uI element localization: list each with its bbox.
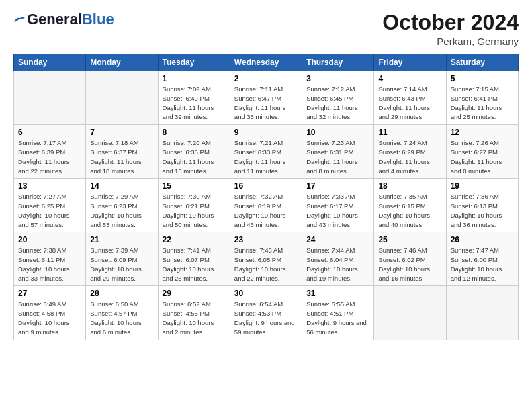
day-number: 15 xyxy=(163,181,226,191)
day-number: 18 xyxy=(378,181,441,191)
day-info: Sunrise: 6:49 AM Sunset: 4:58 PM Dayligh… xyxy=(18,300,81,336)
logo-text: GeneralBlue xyxy=(27,11,114,28)
day-number: 25 xyxy=(378,235,441,244)
col-sunday: Sunday xyxy=(14,54,86,71)
table-row: 22Sunrise: 7:41 AM Sunset: 6:07 PM Dayli… xyxy=(158,232,230,286)
day-number: 17 xyxy=(306,181,369,191)
day-info: Sunrise: 7:15 AM Sunset: 6:41 PM Dayligh… xyxy=(451,85,514,122)
calendar-page: GeneralBlue October 2024 Perkam, Germany… xyxy=(0,0,532,351)
month-title: October 2024 xyxy=(382,11,519,34)
title-block: October 2024 Perkam, Germany xyxy=(382,11,519,47)
day-info: Sunrise: 7:20 AM Sunset: 6:35 PM Dayligh… xyxy=(163,138,226,175)
day-info: Sunrise: 7:33 AM Sunset: 6:17 PM Dayligh… xyxy=(306,192,369,229)
day-info: Sunrise: 6:55 AM Sunset: 4:51 PM Dayligh… xyxy=(306,300,369,336)
table-row: 15Sunrise: 7:30 AM Sunset: 6:21 PM Dayli… xyxy=(158,179,230,232)
day-info: Sunrise: 7:09 AM Sunset: 6:49 PM Dayligh… xyxy=(163,85,226,122)
header: GeneralBlue October 2024 Perkam, Germany xyxy=(13,11,519,47)
table-row: 23Sunrise: 7:43 AM Sunset: 6:05 PM Dayli… xyxy=(230,232,302,286)
day-number: 21 xyxy=(90,235,153,244)
day-info: Sunrise: 7:21 AM Sunset: 6:33 PM Dayligh… xyxy=(234,138,298,175)
logo: GeneralBlue xyxy=(13,11,114,28)
table-row: 29Sunrise: 6:52 AM Sunset: 4:55 PM Dayli… xyxy=(158,286,230,340)
day-number: 11 xyxy=(378,128,441,137)
day-number: 14 xyxy=(90,181,153,191)
calendar-week-row: 1Sunrise: 7:09 AM Sunset: 6:49 PM Daylig… xyxy=(14,71,519,125)
table-row: 27Sunrise: 6:49 AM Sunset: 4:58 PM Dayli… xyxy=(14,286,86,340)
calendar-week-row: 13Sunrise: 7:27 AM Sunset: 6:25 PM Dayli… xyxy=(14,179,519,232)
table-row: 5Sunrise: 7:15 AM Sunset: 6:41 PM Daylig… xyxy=(446,71,518,125)
col-thursday: Thursday xyxy=(302,54,374,71)
day-number: 28 xyxy=(90,289,153,298)
table-row: 25Sunrise: 7:46 AM Sunset: 6:02 PM Dayli… xyxy=(374,232,446,286)
day-info: Sunrise: 7:43 AM Sunset: 6:05 PM Dayligh… xyxy=(234,246,298,283)
day-number: 12 xyxy=(451,128,514,137)
day-info: Sunrise: 7:23 AM Sunset: 6:31 PM Dayligh… xyxy=(306,138,369,175)
table-row: 18Sunrise: 7:35 AM Sunset: 6:15 PM Dayli… xyxy=(374,179,446,232)
table-row: 31Sunrise: 6:55 AM Sunset: 4:51 PM Dayli… xyxy=(302,286,374,340)
day-number: 8 xyxy=(163,128,226,137)
day-number: 9 xyxy=(234,128,298,137)
day-number: 27 xyxy=(18,289,81,298)
day-number: 1 xyxy=(163,74,226,83)
table-row: 21Sunrise: 7:39 AM Sunset: 6:09 PM Dayli… xyxy=(86,232,158,286)
day-info: Sunrise: 7:39 AM Sunset: 6:09 PM Dayligh… xyxy=(90,246,153,283)
day-info: Sunrise: 7:41 AM Sunset: 6:07 PM Dayligh… xyxy=(163,246,226,283)
table-row: 4Sunrise: 7:14 AM Sunset: 6:43 PM Daylig… xyxy=(374,71,446,125)
calendar-week-row: 20Sunrise: 7:38 AM Sunset: 6:11 PM Dayli… xyxy=(14,232,519,286)
table-row: 20Sunrise: 7:38 AM Sunset: 6:11 PM Dayli… xyxy=(14,232,86,286)
day-number: 20 xyxy=(18,235,81,244)
day-info: Sunrise: 7:44 AM Sunset: 6:04 PM Dayligh… xyxy=(306,246,369,283)
table-row: 12Sunrise: 7:26 AM Sunset: 6:27 PM Dayli… xyxy=(446,125,518,179)
day-number: 19 xyxy=(451,181,514,191)
day-info: Sunrise: 7:26 AM Sunset: 6:27 PM Dayligh… xyxy=(451,138,514,175)
day-info: Sunrise: 7:18 AM Sunset: 6:37 PM Dayligh… xyxy=(90,138,153,175)
day-info: Sunrise: 6:52 AM Sunset: 4:55 PM Dayligh… xyxy=(163,300,226,336)
location-subtitle: Perkam, Germany xyxy=(382,36,519,47)
table-row xyxy=(86,71,158,125)
day-number: 5 xyxy=(451,74,514,83)
col-saturday: Saturday xyxy=(446,54,518,71)
day-number: 7 xyxy=(90,128,153,137)
day-info: Sunrise: 7:47 AM Sunset: 6:00 PM Dayligh… xyxy=(451,246,514,283)
day-info: Sunrise: 6:54 AM Sunset: 4:53 PM Dayligh… xyxy=(234,300,298,336)
table-row: 13Sunrise: 7:27 AM Sunset: 6:25 PM Dayli… xyxy=(14,179,86,232)
day-number: 24 xyxy=(306,235,369,244)
table-row: 19Sunrise: 7:36 AM Sunset: 6:13 PM Dayli… xyxy=(446,179,518,232)
day-info: Sunrise: 7:24 AM Sunset: 6:29 PM Dayligh… xyxy=(378,138,441,175)
day-number: 6 xyxy=(18,128,81,137)
calendar-week-row: 27Sunrise: 6:49 AM Sunset: 4:58 PM Dayli… xyxy=(14,286,519,340)
day-number: 29 xyxy=(163,289,226,298)
weekday-header-row: Sunday Monday Tuesday Wednesday Thursday… xyxy=(14,54,519,71)
calendar-table: Sunday Monday Tuesday Wednesday Thursday… xyxy=(13,54,519,340)
table-row: 28Sunrise: 6:50 AM Sunset: 4:57 PM Dayli… xyxy=(86,286,158,340)
table-row: 8Sunrise: 7:20 AM Sunset: 6:35 PM Daylig… xyxy=(158,125,230,179)
table-row xyxy=(374,286,446,340)
table-row: 10Sunrise: 7:23 AM Sunset: 6:31 PM Dayli… xyxy=(302,125,374,179)
table-row: 30Sunrise: 6:54 AM Sunset: 4:53 PM Dayli… xyxy=(230,286,302,340)
day-info: Sunrise: 7:14 AM Sunset: 6:43 PM Dayligh… xyxy=(378,85,441,122)
table-row xyxy=(14,71,86,125)
day-number: 10 xyxy=(306,128,369,137)
day-number: 16 xyxy=(234,181,298,191)
day-number: 31 xyxy=(306,289,369,298)
table-row: 17Sunrise: 7:33 AM Sunset: 6:17 PM Dayli… xyxy=(302,179,374,232)
table-row: 1Sunrise: 7:09 AM Sunset: 6:49 PM Daylig… xyxy=(158,71,230,125)
calendar-week-row: 6Sunrise: 7:17 AM Sunset: 6:39 PM Daylig… xyxy=(14,125,519,179)
day-info: Sunrise: 7:11 AM Sunset: 6:47 PM Dayligh… xyxy=(234,85,298,122)
day-number: 13 xyxy=(18,181,81,191)
table-row: 16Sunrise: 7:32 AM Sunset: 6:19 PM Dayli… xyxy=(230,179,302,232)
col-wednesday: Wednesday xyxy=(230,54,302,71)
table-row: 14Sunrise: 7:29 AM Sunset: 6:23 PM Dayli… xyxy=(86,179,158,232)
day-number: 23 xyxy=(234,235,298,244)
day-info: Sunrise: 7:32 AM Sunset: 6:19 PM Dayligh… xyxy=(234,192,298,229)
day-number: 26 xyxy=(451,235,514,244)
day-number: 30 xyxy=(234,289,298,298)
day-number: 4 xyxy=(378,74,441,83)
day-info: Sunrise: 7:38 AM Sunset: 6:11 PM Dayligh… xyxy=(18,246,81,283)
day-number: 22 xyxy=(163,235,226,244)
day-info: Sunrise: 7:29 AM Sunset: 6:23 PM Dayligh… xyxy=(90,192,153,229)
table-row: 6Sunrise: 7:17 AM Sunset: 6:39 PM Daylig… xyxy=(14,125,86,179)
table-row: 24Sunrise: 7:44 AM Sunset: 6:04 PM Dayli… xyxy=(302,232,374,286)
day-info: Sunrise: 7:46 AM Sunset: 6:02 PM Dayligh… xyxy=(378,246,441,283)
col-tuesday: Tuesday xyxy=(158,54,230,71)
